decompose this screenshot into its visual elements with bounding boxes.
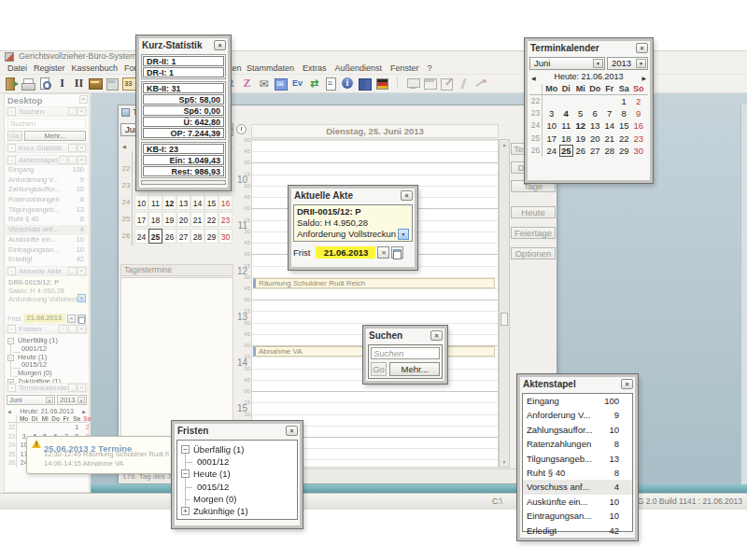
menu-item-0[interactable]: Stammdaten bbox=[247, 63, 294, 75]
window-titlebar[interactable]: Suchen × bbox=[368, 330, 443, 343]
day-cell[interactable]: 12 bbox=[573, 119, 588, 132]
dayview-button-3[interactable]: Heute bbox=[511, 206, 556, 218]
window-titlebar[interactable]: Fristen × bbox=[176, 426, 298, 438]
aktenstapel-row[interactable]: Anforderung V...9 bbox=[523, 408, 632, 422]
chevron-down-icon[interactable]: ▼ bbox=[593, 59, 603, 68]
menu-item-3[interactable]: Fenster bbox=[390, 63, 419, 75]
window-titlebar[interactable]: Aktenstapel × bbox=[522, 379, 633, 391]
aktenstapel-row[interactable]: Tilgungsangeb...13 bbox=[523, 452, 632, 466]
collapse-icon[interactable]: − bbox=[7, 355, 14, 361]
chevron-down-icon[interactable]: ▼ bbox=[46, 397, 53, 403]
scroll-up-icon[interactable]: ▲ bbox=[500, 141, 509, 148]
day-cell[interactable]: 19 bbox=[573, 133, 588, 145]
clear-icon[interactable]: × bbox=[377, 246, 389, 259]
close-icon[interactable]: × bbox=[636, 43, 648, 53]
calendar-icon[interactable] bbox=[78, 315, 86, 323]
suchen-window[interactable]: Suchen × Go Mehr... bbox=[362, 325, 448, 385]
day-cell[interactable]: 27 bbox=[588, 145, 603, 157]
dayview-button-5[interactable]: Optionen bbox=[511, 247, 556, 259]
aktenstapel-row[interactable]: Eingang100 bbox=[6, 165, 88, 175]
day-cell[interactable]: 10 bbox=[544, 119, 559, 132]
day-cell[interactable]: 4 bbox=[559, 107, 574, 119]
calendar-33-icon[interactable] bbox=[122, 77, 136, 91]
fristen-panel-header[interactable]: ‹ Fristen ○_× bbox=[6, 324, 88, 334]
day-cell[interactable]: 2 bbox=[82, 423, 92, 432]
calendar-icon[interactable] bbox=[391, 246, 403, 259]
collapse-icon[interactable]: − bbox=[181, 445, 190, 454]
day-cell[interactable]: 21 bbox=[190, 212, 204, 227]
aktenstapel-row[interactable]: Tilgungsangeb...13 bbox=[6, 205, 88, 216]
frist-date[interactable]: 21.06.2013 bbox=[316, 246, 375, 259]
chevron-down-icon[interactable]: ▼ bbox=[78, 397, 85, 403]
lightning-icon[interactable] bbox=[457, 77, 471, 91]
close-icon[interactable]: × bbox=[286, 426, 298, 436]
mail-icon[interactable] bbox=[257, 77, 271, 91]
day-cell[interactable]: 22 bbox=[204, 212, 218, 227]
kurzstatistik-panel-header[interactable]: ‹ Kurz-Statistik ◦× bbox=[6, 143, 88, 153]
day-cell[interactable]: 25 bbox=[148, 229, 162, 244]
aktenstapel-row[interactable]: Erledigt42 bbox=[523, 524, 632, 538]
sync-icon[interactable] bbox=[307, 77, 321, 91]
menu-item-1[interactable]: Register bbox=[34, 63, 65, 75]
kurzstatistik-window[interactable]: Kurz-Statistik × DR-II: 1DR-I: 1KB-II: 3… bbox=[135, 35, 232, 191]
tree-item[interactable]: Morgen (0) bbox=[177, 493, 297, 505]
day-cell[interactable]: 15 bbox=[617, 119, 632, 132]
scroll-down-icon[interactable]: ▼ bbox=[500, 458, 509, 466]
day-cell[interactable]: 24 bbox=[544, 145, 559, 157]
day-cell[interactable]: 12 bbox=[162, 195, 176, 210]
day-cell[interactable]: 18 bbox=[148, 212, 162, 227]
close-icon[interactable]: × bbox=[401, 190, 413, 201]
search-input[interactable] bbox=[371, 347, 440, 359]
aktenstapel-row[interactable]: Vorschuss anf...4 bbox=[6, 225, 88, 235]
print-icon[interactable] bbox=[21, 77, 35, 91]
day-cell[interactable]: 14 bbox=[602, 119, 617, 132]
aktenstapel-row[interactable]: Ratenzahlungen8 bbox=[6, 195, 88, 205]
close-icon[interactable]: × bbox=[78, 107, 86, 116]
next-icon[interactable]: ▶ bbox=[82, 408, 86, 416]
book-icon[interactable] bbox=[358, 77, 372, 91]
aktenstapel-row[interactable]: Eintragungsan...10 bbox=[6, 245, 88, 256]
day-cell[interactable]: 27 bbox=[176, 229, 190, 244]
collapse-icon[interactable]: − bbox=[181, 469, 190, 478]
roman-two-icon[interactable] bbox=[72, 77, 86, 91]
info-icon[interactable] bbox=[341, 77, 355, 91]
calculator-icon[interactable] bbox=[106, 77, 120, 91]
aktenstapel-row[interactable]: Auskünfte ein...10 bbox=[523, 495, 632, 509]
menu-item-0[interactable]: Datei bbox=[7, 63, 27, 75]
refresh-icon[interactable]: ○ bbox=[59, 156, 67, 164]
window-icon[interactable] bbox=[423, 77, 437, 91]
day-cell[interactable]: 21 bbox=[602, 133, 617, 145]
day-cell[interactable]: 26 bbox=[162, 229, 176, 244]
window-titlebar[interactable]: Terminkalender × bbox=[529, 43, 648, 55]
minimize-icon[interactable]: _ bbox=[68, 156, 77, 164]
day-cell[interactable]: 23 bbox=[631, 133, 646, 145]
dayview-button-4[interactable]: Feiertage bbox=[511, 227, 556, 239]
close-icon[interactable]: × bbox=[78, 144, 86, 152]
close-icon[interactable]: × bbox=[214, 40, 226, 50]
flag-icon[interactable] bbox=[374, 77, 388, 91]
day-cell[interactable]: 26 bbox=[573, 145, 588, 157]
tree-item[interactable]: 0015/12 bbox=[177, 481, 297, 493]
expand-icon[interactable]: + bbox=[181, 507, 190, 515]
day-cell[interactable]: 9 bbox=[631, 107, 646, 119]
collapse-icon[interactable]: ‹ bbox=[7, 107, 16, 116]
aktenstapel-panel-header[interactable]: ‹ Aktenstapel ○_× bbox=[6, 155, 88, 165]
aktenstapel-row[interactable]: Auskünfte ein...10 bbox=[6, 235, 88, 245]
day-cell[interactable]: 1 bbox=[71, 423, 81, 432]
close-icon[interactable]: × bbox=[621, 379, 633, 389]
aktenstapel-window[interactable]: Aktenstapel × Eingang100Anforderung V...… bbox=[516, 373, 639, 541]
menu-item-4[interactable]: ? bbox=[428, 63, 432, 75]
day-cell[interactable]: 28 bbox=[190, 229, 204, 244]
tree-item[interactable]: −Überfällig (1) bbox=[177, 443, 297, 455]
aktenstapel-row[interactable]: Vorschuss anf...4 bbox=[523, 480, 632, 494]
grid-scrollbar[interactable]: ▲ ▼ bbox=[499, 139, 510, 468]
cash-drawer-icon[interactable] bbox=[89, 77, 103, 91]
prev-day-icon[interactable]: ◀ bbox=[122, 142, 126, 151]
day-cell[interactable]: 16 bbox=[631, 119, 646, 132]
day-cell[interactable]: 13 bbox=[176, 195, 190, 210]
close-icon[interactable]: × bbox=[78, 267, 86, 275]
refresh-icon[interactable]: ○ bbox=[59, 325, 67, 333]
menu-item-2[interactable]: Kassenbuch bbox=[72, 63, 119, 75]
sidebar-search-input[interactable]: Suchen bbox=[7, 119, 86, 129]
menu-item-2[interactable]: Außendienst bbox=[335, 63, 383, 75]
